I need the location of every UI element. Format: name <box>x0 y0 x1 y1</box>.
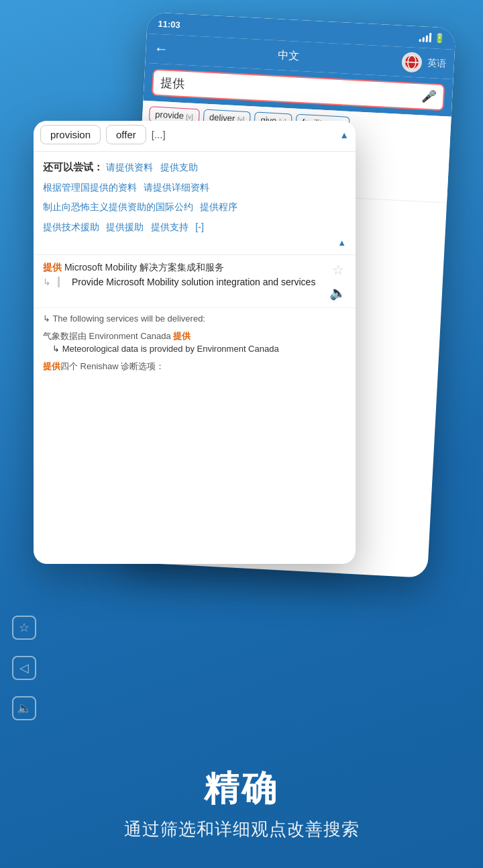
bottom-title: 精确 <box>0 765 483 812</box>
nav-logo-back <box>401 52 423 73</box>
svg-line-2 <box>405 62 419 62</box>
search-query-back[interactable]: 提供 <box>160 75 422 104</box>
more-source-1: ↳ The following services will be deliver… <box>43 314 346 324</box>
result-row-1: 提供 Microsoft Mobility 解决方案集成和服务 ↳ Provid… <box>43 262 346 301</box>
speaker-icon-result-1[interactable]: 🔈 <box>329 285 346 301</box>
arrow-prefix-1: ↳ <box>43 277 51 287</box>
suggestion-link-1[interactable]: 请提供资料 <box>106 162 153 173</box>
suggestions-area: 还可以尝试： 请提供资料 提供支助 根据管理国提供的资料 请提供详细资料 制止向… <box>34 152 356 255</box>
time-back: 11:03 <box>158 18 180 30</box>
suggestion-link-2[interactable]: 提供支助 <box>160 162 198 173</box>
suggestions-title: 还可以尝试： <box>43 161 106 173</box>
bottom-subtitle: 通过筛选和详细观点改善搜索 <box>0 818 483 841</box>
result-source-text-1: Microsoft Mobility 解决方案集成和服务 <box>64 262 224 273</box>
suggestion-link-7[interactable]: 提供技术援助 <box>43 222 99 232</box>
arrow-prefix-2: ↳ <box>52 344 62 354</box>
suggestion-link-5[interactable]: 制止向恐怖主义提供资助的国际公约 <box>43 201 193 212</box>
suggestion-link-collapse[interactable]: [-] <box>195 222 203 232</box>
main-chips-row: provision offer [...] ▲ <box>34 121 356 152</box>
suggestions-line-4: 提供技术援助 提供援助 提供支持 [-] <box>43 218 346 236</box>
more-source-3: 提供四个 Renishaw 诊断选项： <box>43 360 346 373</box>
more-source-2: 气象数据由 Environment Canada 提供 <box>43 330 346 342</box>
nav-lang-from-back: 中文 <box>175 43 402 69</box>
result-card-1: 提供 Microsoft Mobility 解决方案集成和服务 ↳ Provid… <box>34 255 356 308</box>
back-button-back[interactable]: ← <box>154 40 169 58</box>
left-decorative-icons: ☆ ◁ 🔈 <box>12 616 36 720</box>
suggestions-line-1: 还可以尝试： 请提供资料 提供支助 <box>43 158 346 176</box>
suggestions-line-3: 制止向恐怖主义提供资助的国际公约 提供程序 <box>43 198 346 215</box>
phone-front-card: provision offer [...] ▲ 还可以尝试： 请提供资料 提供支… <box>34 121 356 564</box>
battery-icon-back: 🔋 <box>433 33 445 44</box>
more-highlight-3: 提供 <box>43 361 60 371</box>
more-source-text-3: 四个 Renishaw 诊断选项： <box>60 361 164 371</box>
collapse-arrow-top[interactable]: ▲ <box>339 130 349 140</box>
nav-lang-to-back: 英语 <box>427 57 446 70</box>
bottom-text-area: 精确 通过筛选和详细观点改善搜索 <box>0 765 483 841</box>
suggestions-title-label: 还可以尝试： <box>43 161 103 173</box>
signal-icon <box>419 32 432 42</box>
collapse-arrow-suggestions[interactable]: ▲ <box>43 238 346 248</box>
suggestion-link-4[interactable]: 请提供详细资料 <box>144 182 209 193</box>
result-highlight-1: 提供 <box>43 262 62 273</box>
more-result-row-1: ↳ The following services will be deliver… <box>43 314 346 324</box>
suggestion-link-8[interactable]: 提供援助 <box>106 222 144 232</box>
main-chip-offer[interactable]: offer <box>106 125 146 144</box>
more-highlight-2: 提供 <box>173 331 191 341</box>
more-translation-2: ↳ Meteorological data is provided by Env… <box>43 344 346 354</box>
more-source-prefix-2: 气象数据由 Environment Canada <box>43 331 173 341</box>
more-results-area: ↳ The following services will be deliver… <box>34 308 356 385</box>
mic-icon-back[interactable]: 🎤 <box>421 89 437 105</box>
speaker-icon-left: 🔈 <box>12 696 36 720</box>
main-chip-ellipsis[interactable]: [...] <box>152 129 166 140</box>
more-result-row-3: 提供四个 Renishaw 诊断选项： <box>43 360 346 373</box>
result-translation-1: Provide Microsoft Mobility solution inte… <box>58 277 315 287</box>
star-icon-left: ☆ <box>12 616 36 640</box>
suggestions-line-2: 根据管理国提供的资料 请提供详细资料 <box>43 179 346 196</box>
more-result-row-2: 气象数据由 Environment Canada 提供 ↳ Meteorolog… <box>43 330 346 354</box>
suggestion-link-9[interactable]: 提供支持 <box>151 222 189 232</box>
result-content-1: 提供 Microsoft Mobility 解决方案集成和服务 ↳ Provid… <box>43 262 324 287</box>
result-source-1: 提供 Microsoft Mobility 解决方案集成和服务 <box>43 262 324 274</box>
suggestion-link-6[interactable]: 提供程序 <box>200 201 237 212</box>
main-chip-provision[interactable]: provision <box>40 125 101 144</box>
star-icon-result-1[interactable]: ☆ <box>332 262 344 278</box>
share-icon-left: ◁ <box>12 656 36 680</box>
more-source-text-1: ↳ The following services will be deliver… <box>43 314 205 324</box>
suggestion-link-3[interactable]: 根据管理国提供的资料 <box>43 182 137 193</box>
